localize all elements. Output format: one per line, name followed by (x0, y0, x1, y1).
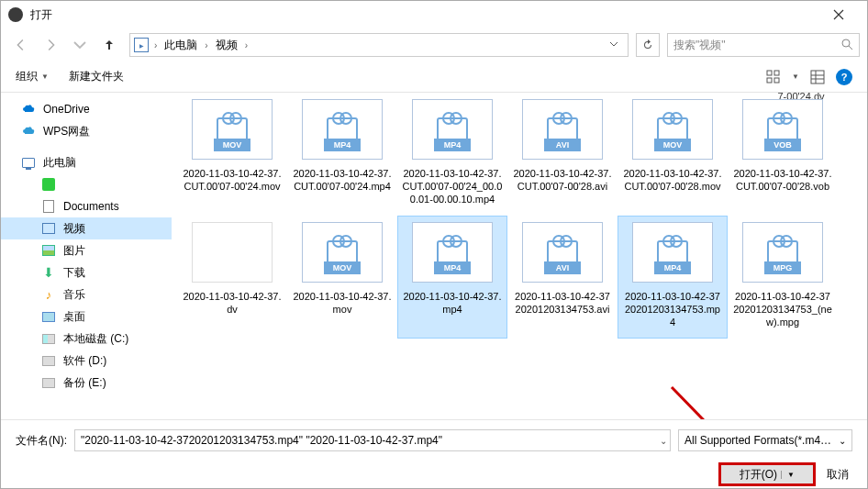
breadcrumb[interactable]: › 此电脑 › 视频 › (129, 33, 629, 57)
breadcrumb-dropdown[interactable] (609, 39, 624, 51)
chevron-right-icon: › (241, 40, 251, 50)
file-thumbnail: MPG (742, 222, 823, 283)
app-icon (8, 7, 23, 22)
svg-line-9 (672, 387, 823, 419)
sidebar-item-downloads[interactable]: ⬇ 下载 (1, 261, 172, 283)
file-name-label: 2020-11-03-10-42-37.CUT.00'07-00'28.vob (730, 167, 835, 193)
file-name-label: 2020-11-03-10-42-37.CUT.00'07-00'28.mov (620, 167, 725, 193)
sidebar-item-pictures[interactable]: 图片 (1, 239, 172, 261)
format-badge: AVI (544, 261, 581, 274)
format-badge: MP4 (324, 139, 361, 151)
monitor-icon (21, 155, 36, 170)
file-thumbnail: VOB (742, 99, 823, 160)
view-thumbnails-icon[interactable] (766, 70, 781, 84)
new-folder-button[interactable]: 新建文件夹 (69, 69, 124, 84)
documents-icon (41, 199, 56, 214)
disk-icon (41, 331, 56, 346)
svg-rect-3 (767, 78, 772, 83)
close-icon (833, 9, 844, 20)
green-folder-icon (41, 177, 56, 192)
chevron-down-icon: ⌄ (839, 436, 846, 446)
file-item[interactable]: AVI2020-11-03-10-42-37.CUT.00'07-00'28.a… (507, 93, 618, 216)
chevron-right-icon: › (150, 40, 161, 50)
file-item[interactable]: 2020-11-03-10-42-37.dv (177, 216, 287, 339)
annotation-arrow (667, 383, 841, 419)
file-item[interactable]: AVI2020-11-03-10-42-3720201203134753.avi (507, 216, 618, 339)
file-thumbnail: AVI (522, 99, 603, 160)
sidebar-item-disk-c[interactable]: 本地磁盘 (C:) (1, 328, 172, 350)
disk-icon (41, 353, 56, 368)
file-grid[interactable]: 7-00'24.dv MOV2020-11-03-10-42-37.CUT.00… (172, 93, 867, 419)
file-item[interactable]: MOV2020-11-03-10-42-37.mov (287, 216, 397, 339)
close-button[interactable] (818, 1, 860, 28)
file-thumbnail: MP4 (632, 222, 713, 283)
format-badge: AVI (544, 139, 581, 151)
sidebar-item-wps[interactable]: WPS网盘 (1, 120, 172, 142)
filename-input[interactable] (74, 429, 671, 451)
filename-dropdown-icon[interactable]: ⌄ (656, 432, 671, 450)
svg-rect-2 (774, 71, 779, 75)
format-badge: MP4 (434, 261, 471, 274)
file-name-label: 2020-11-03-10-42-3720201203134753_(new).… (730, 290, 835, 328)
breadcrumb-pc[interactable]: 此电脑 (162, 38, 199, 53)
format-badge: MOV (214, 139, 250, 151)
sidebar-item-unknown[interactable] (1, 173, 172, 195)
pictures-icon (41, 243, 56, 258)
file-name-label: 2020-11-03-10-42-37.mp4 (400, 290, 505, 316)
format-badge: MP4 (654, 261, 691, 274)
desktop-icon (41, 309, 56, 324)
format-badge: MP4 (434, 139, 471, 151)
sidebar-item-disk-e[interactable]: 备份 (E:) (1, 372, 172, 394)
sidebar-item-onedrive[interactable]: OneDrive (1, 98, 172, 120)
cancel-button[interactable]: 取消 (827, 467, 849, 483)
window-title: 打开 (30, 7, 818, 23)
svg-point-0 (842, 39, 850, 47)
chevron-right-icon: › (201, 40, 211, 50)
file-thumbnail: MOV (192, 99, 273, 160)
file-item[interactable]: MPG2020-11-03-10-42-3720201203134753_(ne… (728, 216, 838, 339)
file-name-label: 2020-11-03-10-42-37.CUT.00'07-00'24_00.0… (400, 167, 505, 206)
videos-icon (41, 221, 56, 236)
view-details-icon[interactable] (810, 70, 825, 84)
downloads-icon: ⬇ (41, 265, 56, 280)
file-item[interactable]: MP42020-11-03-10-42-3720201203134753.mp4 (618, 216, 728, 339)
file-thumbnail: MOV (302, 222, 383, 283)
sidebar-item-this-pc[interactable]: 此电脑 (1, 151, 172, 173)
music-icon: ♪ (41, 287, 56, 302)
file-name-label: 2020-11-03-10-42-37.mov (290, 290, 395, 316)
up-button[interactable] (96, 32, 122, 58)
file-item[interactable]: MOV2020-11-03-10-42-37.CUT.00'07-00'28.m… (618, 93, 728, 216)
file-item[interactable]: MP42020-11-03-10-42-37.CUT.00'07-00'24_0… (397, 93, 507, 216)
filename-label: 文件名(N): (16, 433, 67, 449)
disk-icon (41, 375, 56, 390)
back-button[interactable] (8, 32, 34, 58)
sidebar-item-music[interactable]: ♪ 音乐 (1, 283, 172, 306)
wps-icon (21, 124, 36, 139)
forward-button[interactable] (38, 32, 63, 58)
recent-dropdown[interactable] (67, 32, 93, 58)
help-icon[interactable]: ? (836, 69, 852, 85)
file-name-label: 2020-11-03-10-42-3720201203134753.avi (510, 290, 615, 316)
organize-menu[interactable]: 组织▼ (16, 69, 49, 84)
file-item[interactable]: VOB2020-11-03-10-42-37.CUT.00'07-00'28.v… (728, 93, 838, 216)
refresh-button[interactable] (636, 33, 660, 57)
search-input[interactable]: 搜索"视频" (667, 33, 860, 57)
breadcrumb-videos[interactable]: 视频 (214, 38, 239, 53)
file-type-filter[interactable]: All Supported Formats(*.m4… ⌄ (678, 429, 852, 451)
file-item[interactable]: MOV2020-11-03-10-42-37.CUT.00'07-00'24.m… (177, 93, 287, 216)
file-thumbnail: MP4 (412, 222, 493, 283)
format-badge: VOB (764, 139, 801, 151)
view-dropdown-icon[interactable]: ▼ (792, 72, 799, 81)
format-badge: MOV (654, 139, 691, 151)
open-button[interactable]: 打开(O) ▼ (718, 462, 816, 486)
sidebar-item-videos[interactable]: 视频 (1, 217, 172, 239)
sidebar-item-desktop[interactable]: 桌面 (1, 306, 172, 328)
video-folder-icon (134, 38, 149, 52)
sidebar-item-documents[interactable]: Documents (1, 195, 172, 217)
file-thumbnail: MP4 (412, 99, 493, 160)
file-item[interactable]: MP42020-11-03-10-42-37.CUT.00'07-00'24.m… (287, 93, 397, 216)
file-item[interactable]: MP42020-11-03-10-42-37.mp4 (397, 216, 507, 339)
onedrive-icon (21, 102, 36, 117)
file-name-label: 2020-11-03-10-42-37.CUT.00'07-00'28.avi (510, 167, 615, 193)
sidebar-item-disk-d[interactable]: 软件 (D:) (1, 350, 172, 372)
